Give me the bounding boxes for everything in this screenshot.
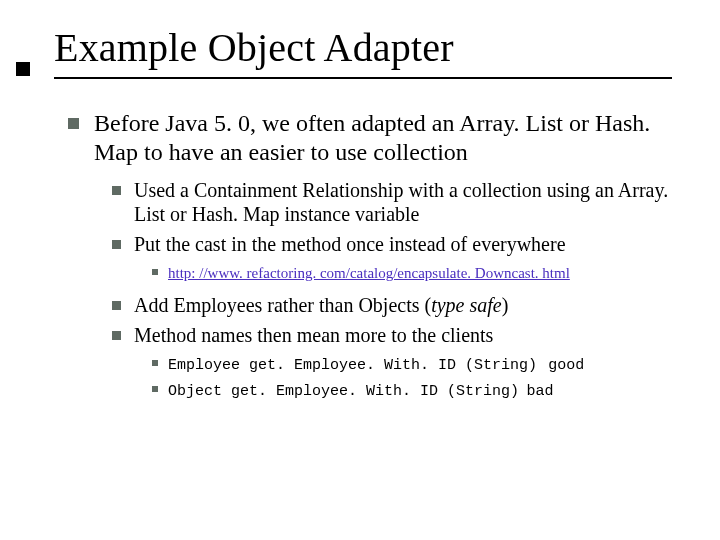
title-marker-icon	[16, 62, 30, 76]
bullet-list-level1: Before Java 5. 0, we often adapted an Ar…	[68, 109, 672, 402]
bullet-list-level3: http: //www. refactoring. com/catalog/en…	[152, 263, 672, 283]
list-item: Object get. Employee. With. ID (String) …	[152, 380, 672, 402]
slide: Example Object Adapter Before Java 5. 0,…	[0, 0, 720, 540]
list-item-emphasis: type safe	[431, 294, 502, 316]
list-item-text: Method names then mean more to the clien…	[134, 324, 493, 346]
list-item: Put the cast in the method once instead …	[112, 232, 672, 283]
list-item-text: Add Employees rather than Objects (	[134, 294, 431, 316]
list-item-text: Before Java 5. 0, we often adapted an Ar…	[94, 110, 650, 165]
code-annotation: bad	[527, 383, 554, 400]
slide-title: Example Object Adapter	[54, 24, 672, 71]
list-item-text: Used a Containment Relationship with a c…	[134, 179, 668, 225]
refactoring-link[interactable]: http: //www. refactoring. com/catalog/en…	[168, 265, 570, 281]
bullet-list-level3: Employee get. Employee. With. ID (String…	[152, 354, 672, 403]
title-divider	[54, 77, 672, 79]
list-item: http: //www. refactoring. com/catalog/en…	[152, 263, 672, 283]
list-item: Method names then mean more to the clien…	[112, 323, 672, 402]
list-item-text: )	[502, 294, 509, 316]
list-item: Employee get. Employee. With. ID (String…	[152, 354, 672, 376]
code-sample: Object get. Employee. With. ID (String)	[168, 383, 519, 400]
list-item: Add Employees rather than Objects (type …	[112, 293, 672, 317]
list-item: Before Java 5. 0, we often adapted an Ar…	[68, 109, 672, 402]
bullet-list-level2: Used a Containment Relationship with a c…	[112, 178, 672, 403]
code-sample: Employee get. Employee. With. ID (String…	[168, 357, 537, 374]
code-annotation: good	[548, 357, 584, 374]
list-item-text: Put the cast in the method once instead …	[134, 233, 566, 255]
list-item: Used a Containment Relationship with a c…	[112, 178, 672, 227]
